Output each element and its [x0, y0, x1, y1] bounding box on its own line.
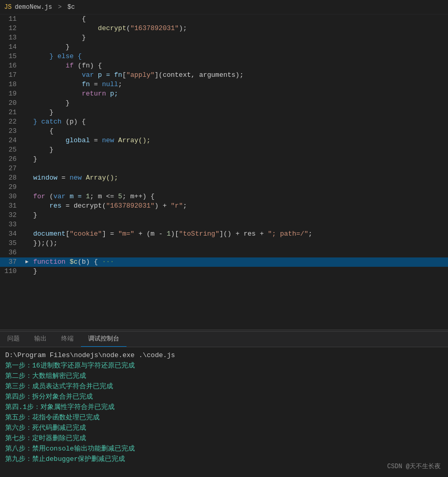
line-number: 36 — [0, 248, 23, 257]
gutter-arrow — [23, 80, 31, 89]
gutter-arrow — [23, 127, 31, 136]
console-output-line: 第八步：禁用console输出功能删减已完成 — [5, 444, 443, 454]
gutter-arrow — [23, 201, 31, 211]
line-content: } — [31, 108, 448, 117]
console-output-line: 第四步：拆分对象合并已完成 — [5, 392, 443, 402]
console-output: D:\Program Files\nodejs\node.exe .\code.… — [0, 347, 448, 477]
console-output-line: 第五步：花指令函数处理已完成 — [5, 413, 443, 423]
gutter-arrow — [23, 52, 31, 61]
tab-debug-console[interactable]: 调试控制台 — [81, 332, 127, 347]
line-number: 15 — [0, 52, 23, 61]
bottom-panel: 问题 输出 终端 调试控制台 D:\Program Files\nodejs\n… — [0, 332, 448, 477]
line-number: 27 — [0, 164, 23, 173]
breadcrumb-file: demoNew.js — [15, 4, 52, 11]
gutter-arrow — [23, 248, 31, 257]
line-content: function $c(b) { ··· — [31, 257, 448, 267]
line-number: 12 — [0, 24, 23, 33]
line-number: 28 — [0, 173, 23, 183]
code-line: 15 } else { — [0, 52, 448, 61]
line-number: 18 — [0, 80, 23, 89]
line-number: 110 — [0, 267, 23, 276]
line-content: } — [31, 33, 448, 43]
line-number: 25 — [0, 145, 23, 155]
tab-terminal[interactable]: 终端 — [54, 332, 81, 347]
code-line: 37▶function $c(b) { ··· — [0, 257, 448, 267]
line-number: 30 — [0, 192, 23, 201]
panel-tabs: 问题 输出 终端 调试控制台 — [0, 332, 448, 347]
line-content: } — [31, 267, 448, 276]
console-output-line: 第二步：大数组解密已完成 — [5, 371, 443, 381]
gutter-arrow — [23, 61, 31, 71]
line-number: 35 — [0, 239, 23, 248]
code-line: 32} — [0, 211, 448, 220]
gutter-arrow — [23, 173, 31, 183]
console-output-line: 第三步：成员表达式字符合并已完成 — [5, 381, 443, 392]
line-number: 31 — [0, 201, 23, 211]
gutter-arrow — [23, 145, 31, 155]
code-line: 27 — [0, 164, 448, 173]
console-output-line: 第四.1步：对象属性字符合并已完成 — [5, 402, 443, 413]
line-number: 20 — [0, 99, 23, 108]
gutter-arrow — [23, 99, 31, 108]
breadcrumb: demoNew.js > $c — [15, 4, 75, 11]
watermark: CSDN @天不生长夜 — [387, 462, 441, 471]
code-line: 19 return p; — [0, 89, 448, 99]
code-line: 22} catch (p) { — [0, 117, 448, 127]
gutter-arrow[interactable]: ▶ — [23, 257, 31, 267]
code-line: 17 var p = fn["apply"](context, argument… — [0, 71, 448, 80]
breadcrumb-bar: JS demoNew.js > $c — [0, 0, 448, 15]
line-content: decrypt("1637892031"); — [31, 24, 448, 33]
tab-problems[interactable]: 问题 — [0, 332, 27, 347]
code-line: 30for (var m = 1; m <= 5; m++) { — [0, 192, 448, 201]
line-content — [31, 220, 448, 229]
line-content: });(); — [31, 239, 448, 248]
line-content: } — [31, 43, 448, 52]
gutter-arrow — [23, 24, 31, 33]
line-content: var p = fn["apply"](context, arguments); — [31, 71, 448, 80]
line-number: 29 — [0, 183, 23, 192]
code-line: 36 — [0, 248, 448, 257]
line-content: global = new Array(); — [31, 136, 448, 145]
line-content: { — [31, 127, 448, 136]
breadcrumb-sep: > — [58, 4, 62, 11]
line-number: 14 — [0, 43, 23, 52]
line-content — [31, 248, 448, 257]
line-number: 23 — [0, 127, 23, 136]
line-content: document["cookie"] = "m=" + (m - 1)["toS… — [31, 229, 448, 239]
code-line: 23 { — [0, 127, 448, 136]
line-number: 19 — [0, 89, 23, 99]
console-output-line: 第九步：禁止debugger保护删减已完成 — [5, 454, 443, 465]
line-number: 13 — [0, 33, 23, 43]
line-number: 37 — [0, 257, 23, 267]
line-number: 32 — [0, 211, 23, 220]
code-line: 25 } — [0, 145, 448, 155]
code-line: 13 } — [0, 33, 448, 43]
console-output-line: 第七步：定时器删除已完成 — [5, 433, 443, 444]
gutter-arrow — [23, 108, 31, 117]
line-number: 24 — [0, 136, 23, 145]
line-content: fn = null; — [31, 80, 448, 89]
gutter-arrow — [23, 43, 31, 52]
code-line: 110} — [0, 267, 448, 276]
code-line: 34document["cookie"] = "m=" + (m - 1)["t… — [0, 229, 448, 239]
gutter-arrow — [23, 229, 31, 239]
code-line: 18 fn = null; — [0, 80, 448, 89]
gutter-arrow — [23, 136, 31, 145]
js-file-icon: JS — [4, 4, 11, 11]
gutter-arrow — [23, 15, 31, 24]
line-number: 16 — [0, 61, 23, 71]
line-number: 22 — [0, 117, 23, 127]
code-table: 11 {12 decrypt("1637892031");13 }14 }15 … — [0, 15, 448, 276]
breadcrumb-symbol: $c — [67, 4, 75, 11]
gutter-arrow — [23, 155, 31, 164]
tab-output[interactable]: 输出 — [27, 332, 54, 347]
line-content: } — [31, 155, 448, 164]
line-content: } — [31, 211, 448, 220]
line-number: 34 — [0, 229, 23, 239]
editor-area: 11 {12 decrypt("1637892031");13 }14 }15 … — [0, 15, 448, 330]
line-number: 11 — [0, 15, 23, 24]
gutter-arrow — [23, 117, 31, 127]
line-content: window = new Array(); — [31, 173, 448, 183]
line-content — [31, 164, 448, 173]
gutter-arrow — [23, 164, 31, 173]
